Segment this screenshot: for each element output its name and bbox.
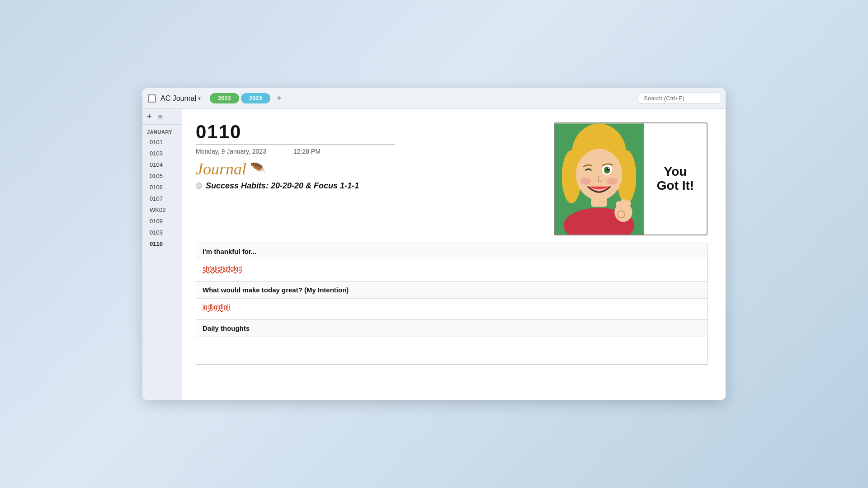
app-window: AC Journal ▾ 2022 2023 + + ≡ JANUARY 010… [142,88,726,400]
journal-sections: I'm thankful for... shfaksfkjflgkjd What… [196,243,708,365]
intention-header: What would make today great? (My Intenti… [196,282,707,299]
entry-time: 12:28 PM [293,148,321,155]
entry-date-time: Monday, 9 January, 2023 12:28 PM [196,148,554,155]
svg-point-11 [607,178,618,185]
sidebar-item-0103b[interactable]: 0103 [142,227,182,238]
entry-number: 0110 [196,122,554,141]
speech-text: You Got It! [657,165,694,193]
success-habits: Success Habits: 20-20-20 & Focus 1-1-1 [196,181,554,191]
tabs-area: 2022 2023 + [210,93,286,104]
svg-point-10 [580,178,591,185]
thankful-header: I'm thankful for... [196,243,707,260]
bullet-icon [196,183,202,189]
sidebar-item-0105[interactable]: 0105 [142,170,182,182]
sidebar-item-0103a[interactable]: 0103 [142,148,182,159]
sidebar-item-wk02[interactable]: WK02 [142,204,182,216]
journal-script-label: Journal 🪶 [196,160,554,178]
intention-content[interactable]: jgdljgldlglj [196,299,707,319]
tab-2023[interactable]: 2023 [241,93,270,103]
app-title: AC Journal ▾ [160,94,201,103]
thankful-section: I'm thankful for... shfaksfkjflgkjd [196,243,708,282]
sidebar-item-0110[interactable]: 0110 [142,238,182,249]
content-area: 0110 Monday, 9 January, 2023 12:28 PM Jo… [182,109,726,400]
add-entry-button[interactable]: + [147,113,152,121]
comic-character [555,123,643,235]
entry-date: Monday, 9 January, 2023 [196,148,266,155]
tab-2022[interactable]: 2022 [210,93,239,103]
entry-header: 0110 Monday, 9 January, 2023 12:28 PM Jo… [196,122,708,235]
sidebar: + ≡ JANUARY 0101 0103 0104 0105 0106 010… [142,109,182,400]
daily-thoughts-header: Daily thoughts [196,320,707,337]
daily-thoughts-content[interactable] [196,337,707,364]
title-bar: AC Journal ▾ 2022 2023 + [142,88,726,109]
thankful-content[interactable]: shfaksfkjflgkjd [196,260,707,281]
entry-divider [196,144,395,145]
comic-speech-bubble: You Got It! [643,123,707,235]
sidebar-toolbar: + ≡ [142,109,182,125]
feather-icon: 🪶 [247,160,267,178]
svg-point-16 [625,200,631,206]
chevron-icon[interactable]: ▾ [198,95,201,102]
sort-button[interactable]: ≡ [158,113,163,121]
comic-image: You Got It! [554,122,708,235]
speech-line2: Got It! [657,178,694,192]
sidebar-item-0106[interactable]: 0106 [142,182,182,193]
journal-text: Journal [196,160,246,178]
sidebar-item-0104[interactable]: 0104 [142,159,182,170]
sidebar-item-0101[interactable]: 0101 [142,136,182,148]
success-habits-text: Success Habits: 20-20-20 & Focus 1-1-1 [206,181,359,191]
entry-left: 0110 Monday, 9 January, 2023 12:28 PM Jo… [196,122,554,191]
search-input[interactable] [639,93,720,104]
sidebar-item-0107[interactable]: 0107 [142,193,182,204]
main-area: + ≡ JANUARY 0101 0103 0104 0105 0106 010… [142,109,726,400]
daily-thoughts-section: Daily thoughts [196,320,708,365]
svg-point-9 [608,168,609,169]
app-title-text: AC Journal [160,94,196,103]
intention-section: What would make today great? (My Intenti… [196,282,708,320]
add-tab-button[interactable]: + [272,93,286,104]
sidebar-item-0109[interactable]: 0109 [142,216,182,227]
speech-line1: You [664,164,687,178]
window-icon [148,94,156,103]
sidebar-month: JANUARY [142,125,182,136]
comic-svg [555,123,643,235]
